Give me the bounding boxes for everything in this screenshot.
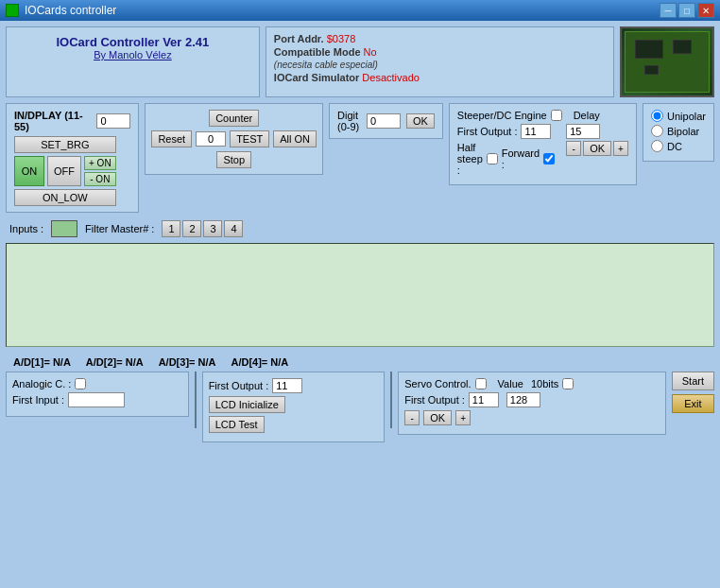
stepper-first-output-input[interactable]: [521, 124, 551, 139]
analogic-checkbox[interactable]: [75, 378, 86, 389]
inputs-row: Inputs : Filter Master# : 1 2 3 4: [6, 218, 714, 239]
bits-label: 10bits: [531, 378, 558, 389]
ad2-item: A/D[2]= N/A: [86, 356, 144, 368]
delay-plus-button[interactable]: +: [613, 141, 628, 156]
app-title: IOCard Controller Ver 2.41: [14, 35, 251, 49]
servo-controls-row: - OK +: [404, 410, 659, 425]
digit-label: Digit (0-9): [337, 110, 361, 132]
analogic-first-input[interactable]: [68, 392, 125, 407]
lcd-init-button[interactable]: LCD Inicialize: [209, 396, 285, 413]
app-author[interactable]: By Manolo Vélez: [14, 49, 251, 61]
port-addr-row: Port Addr. $0378: [274, 33, 606, 44]
indplay-label: IN/DPLAY (11-55): [14, 110, 93, 132]
all-on-button[interactable]: All ON: [273, 130, 317, 147]
servo-ok-button[interactable]: OK: [423, 410, 452, 425]
minimize-button[interactable]: ─: [660, 3, 677, 18]
dc-radio[interactable]: [651, 140, 663, 152]
test-button[interactable]: TEST: [230, 130, 269, 147]
off-button[interactable]: OFF: [47, 156, 81, 186]
digit-ok-button[interactable]: OK: [406, 113, 435, 129]
lcd-test-row: LCD Test: [209, 416, 379, 433]
servo-plus-button[interactable]: +: [455, 410, 471, 425]
counter-value[interactable]: [196, 131, 226, 147]
title-bar: IOCards controller ─ □ ✕: [0, 0, 720, 21]
on-side-buttons: + ON - ON: [84, 156, 116, 186]
delay-minus-button[interactable]: -: [566, 141, 581, 156]
exit-button[interactable]: Exit: [672, 394, 714, 413]
bipolar-label: Bipolar: [667, 126, 699, 137]
half-steep-checkbox[interactable]: [487, 153, 498, 164]
controls-row: IN/DPLAY (11-55) SET_BRG ON OFF + ON - O…: [6, 103, 714, 213]
filter-numbers: 1 2 3 4: [162, 220, 243, 237]
simulator-row: IOCard Simulator Desactivado: [274, 72, 606, 83]
ad3-value: N/A: [198, 356, 216, 368]
chip3: [644, 65, 659, 75]
stepper-title: Steeper/DC Engine: [457, 110, 547, 121]
forward-checkbox[interactable]: [543, 153, 555, 164]
servo-title-row: Servo Control. Value 10bits: [404, 378, 659, 389]
ad1-value: N/A: [53, 356, 71, 368]
servo-value-input[interactable]: [506, 392, 540, 407]
minus-on-button[interactable]: - ON: [84, 172, 116, 186]
simulator-value: Desactivado: [362, 72, 420, 83]
vertical-divider-2: [390, 372, 392, 428]
unipolar-radio[interactable]: [651, 110, 663, 122]
digit-panel: Digit (0-9) OK: [329, 103, 443, 139]
servo-checkbox[interactable]: [475, 378, 487, 389]
stop-button[interactable]: Stop: [216, 151, 251, 168]
servo-first-output-input[interactable]: [469, 392, 499, 407]
filter-num-1[interactable]: 1: [162, 220, 180, 237]
ad3-item: A/D[3]= N/A: [159, 356, 216, 368]
analogic-title-row: Analogic C. :: [12, 378, 182, 389]
vertical-divider: [195, 372, 197, 428]
on-low-button[interactable]: ON_LOW: [14, 189, 116, 206]
lcd-init-row: LCD Inicialize: [209, 396, 379, 413]
stepper-ok-button[interactable]: OK: [583, 141, 611, 156]
lcd-first-output-input[interactable]: [272, 378, 302, 393]
lcd-test-button[interactable]: LCD Test: [209, 416, 265, 433]
stepper-checkbox[interactable]: [551, 110, 562, 121]
delay-input[interactable]: [566, 124, 600, 139]
servo-first-output-label: First Output :: [404, 394, 465, 406]
indplay-input[interactable]: [96, 113, 130, 129]
bipolar-radio[interactable]: [651, 125, 663, 137]
ad2-value: N/A: [126, 356, 144, 368]
half-steep-label: Half steep :: [457, 142, 483, 176]
indplay-panel: IN/DPLAY (11-55) SET_BRG ON OFF + ON - O…: [6, 103, 139, 213]
inputs-label: Inputs :: [9, 223, 43, 234]
ad4-label: A/D[4]=: [231, 356, 267, 368]
on-button[interactable]: ON: [14, 156, 44, 186]
main-content: IOCard Controller Ver 2.41 By Manolo Vél…: [0, 21, 720, 588]
plus-on-button[interactable]: + ON: [84, 156, 116, 170]
start-button[interactable]: Start: [672, 372, 714, 390]
analogic-label: Analogic C. :: [12, 378, 71, 389]
forward-label: Forward :: [502, 147, 540, 170]
bipolar-row: Bipolar: [651, 125, 706, 137]
stepper-first-output-label: First Output :: [457, 126, 518, 137]
servo-minus-button[interactable]: -: [404, 410, 420, 425]
port-addr-value: $0378: [327, 33, 356, 44]
inputs-color-indicator: [51, 220, 77, 237]
chip2: [673, 40, 692, 54]
window-title: IOCards controller: [25, 4, 116, 17]
servo-first-output-row: First Output :: [404, 392, 659, 407]
servo-panel: Servo Control. Value 10bits First Output…: [398, 372, 665, 435]
analogic-first-input-label: First Input :: [12, 394, 64, 406]
top-row: IOCard Controller Ver 2.41 By Manolo Vél…: [6, 26, 714, 97]
close-button[interactable]: ✕: [697, 3, 714, 18]
counter-button[interactable]: Counter: [209, 110, 259, 127]
bottom-row: Analogic C. : First Input : First Output…: [6, 372, 714, 442]
digit-input[interactable]: [367, 113, 401, 129]
display-area: [6, 243, 714, 347]
window-controls: ─ □ ✕: [660, 3, 714, 18]
ad1-label: A/D[1]=: [13, 356, 50, 368]
set-brg-button[interactable]: SET_BRG: [14, 136, 116, 153]
servo-bits-checkbox[interactable]: [562, 378, 574, 389]
filter-num-4[interactable]: 4: [224, 220, 243, 237]
reset-button[interactable]: Reset: [151, 130, 192, 147]
filter-num-3[interactable]: 3: [203, 220, 222, 237]
maximize-button[interactable]: □: [678, 3, 695, 18]
app-icon: [6, 4, 19, 17]
filter-num-2[interactable]: 2: [182, 220, 201, 237]
analogic-panel: Analogic C. : First Input :: [6, 372, 189, 417]
